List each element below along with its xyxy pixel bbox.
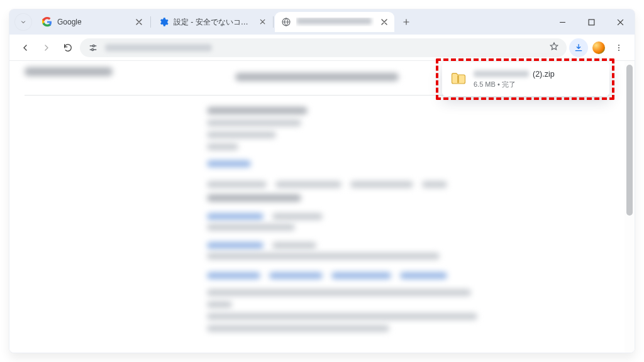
- download-filename: (2).zip: [474, 70, 602, 79]
- filename-blurred: [474, 70, 529, 77]
- google-favicon-icon: [42, 17, 52, 27]
- svg-rect-7: [457, 75, 458, 83]
- svg-rect-1: [589, 19, 594, 25]
- tab-search-button[interactable]: [14, 13, 32, 31]
- url-text-blurred: [105, 44, 212, 52]
- tab-close-button[interactable]: [134, 17, 144, 27]
- tab-close-button[interactable]: [258, 17, 267, 27]
- chevron-down-icon: [19, 18, 27, 26]
- page-subtitle-blurred: [235, 73, 399, 81]
- downloads-button[interactable]: [569, 38, 588, 57]
- close-icon: [617, 19, 624, 26]
- arrow-right-icon: [42, 43, 52, 53]
- kebab-icon: [614, 43, 624, 53]
- page-content: [9, 61, 625, 353]
- maximize-icon: [588, 19, 595, 26]
- globe-icon: [281, 17, 291, 27]
- page-heading-blurred: [25, 67, 113, 76]
- vertical-scrollbar[interactable]: [625, 61, 635, 353]
- avatar-icon: [592, 41, 606, 55]
- tune-icon: [87, 42, 99, 53]
- profile-button[interactable]: [589, 38, 608, 57]
- svg-point-5: [618, 47, 619, 48]
- svg-point-6: [618, 49, 619, 50]
- plus-icon: [402, 18, 411, 26]
- tab-close-button[interactable]: [379, 17, 389, 27]
- window-controls: [548, 9, 635, 35]
- close-window-button[interactable]: [606, 9, 635, 35]
- maximize-button[interactable]: [577, 9, 606, 35]
- svg-point-4: [618, 44, 619, 45]
- tab-title: Google: [57, 18, 129, 26]
- address-bar[interactable]: [80, 38, 567, 57]
- close-icon: [134, 17, 144, 27]
- forward-button[interactable]: [37, 38, 56, 57]
- star-icon: [549, 41, 559, 52]
- page-viewport: [9, 61, 635, 353]
- svg-point-2: [92, 45, 94, 47]
- close-icon: [379, 17, 389, 27]
- tab-active[interactable]: [275, 12, 394, 32]
- zip-folder-icon: [450, 70, 467, 88]
- browser-window: Google 設定 - 安全でないコンテンツ: [9, 9, 635, 353]
- svg-point-3: [92, 48, 94, 50]
- download-icon: [574, 43, 584, 53]
- site-settings-icon[interactable]: [87, 42, 99, 53]
- close-icon: [258, 18, 267, 26]
- reload-button[interactable]: [58, 38, 77, 57]
- tab-title-blurred: [296, 18, 374, 26]
- bookmark-star-button[interactable]: [549, 41, 559, 53]
- toolbar: [9, 35, 635, 61]
- download-popup[interactable]: (2).zip 6.5 MB • 完了: [442, 62, 609, 96]
- minimize-icon: [559, 19, 566, 26]
- download-status: 6.5 MB • 完了: [474, 80, 602, 89]
- scrollbar-thumb[interactable]: [626, 65, 633, 216]
- arrow-left-icon: [20, 43, 30, 53]
- new-tab-button[interactable]: [397, 13, 416, 31]
- back-button[interactable]: [16, 38, 35, 57]
- gear-icon: [158, 17, 169, 27]
- tab-title: 設定 - 安全でないコンテンツ: [174, 17, 253, 28]
- tab-settings-insecure-content[interactable]: 設定 - 安全でないコンテンツ: [152, 12, 272, 32]
- chrome-menu-button[interactable]: [609, 38, 628, 57]
- tab-strip: Google 設定 - 安全でないコンテンツ: [9, 9, 635, 35]
- reload-icon: [63, 43, 73, 53]
- tab-google[interactable]: Google: [36, 12, 149, 32]
- minimize-button[interactable]: [548, 9, 577, 35]
